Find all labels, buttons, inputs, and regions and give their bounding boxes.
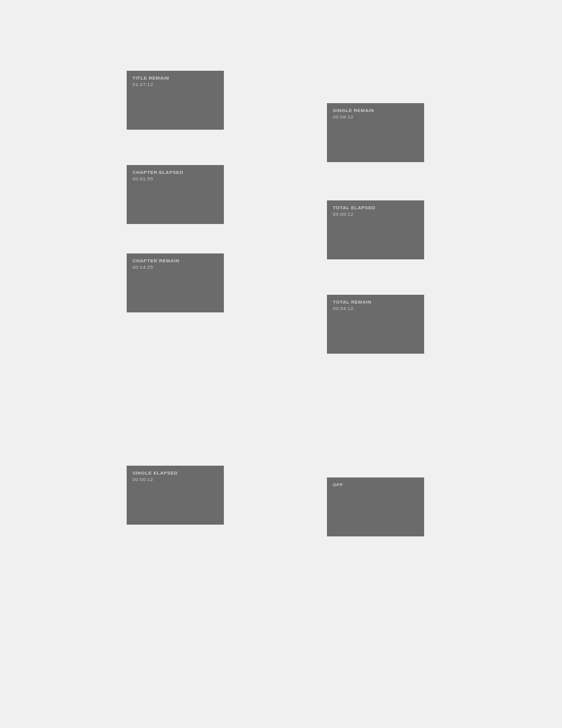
title-remain-card[interactable]: TITLE REMAIN 01:27:12 xyxy=(127,71,224,130)
chapter-remain-label: CHAPTER REMAIN xyxy=(133,258,218,263)
single-elapsed-value: 00:00:12 xyxy=(133,477,218,482)
single-remain-value: 00:08:12 xyxy=(333,114,418,120)
total-remain-value: 00:54:12 xyxy=(333,306,418,311)
page: TITLE REMAIN 01:27:12 SINGLE REMAIN 00:0… xyxy=(0,0,562,728)
single-elapsed-card[interactable]: SINGLE ELAPSED 00:00:12 xyxy=(127,466,224,525)
single-elapsed-label: SINGLE ELAPSED xyxy=(133,470,218,476)
total-elapsed-label: TOTAL ELAPSED xyxy=(333,205,418,210)
title-remain-label: TITLE REMAIN xyxy=(133,75,218,81)
chapter-elapsed-value: 00:01:55 xyxy=(133,176,218,182)
chapter-remain-card[interactable]: CHAPTER REMAIN 00:14:25 xyxy=(127,253,224,312)
total-elapsed-value: 00:00:12 xyxy=(333,212,418,217)
total-elapsed-card[interactable]: TOTAL ELAPSED 00:00:12 xyxy=(327,200,424,259)
off-card[interactable]: OFF xyxy=(327,477,424,536)
single-remain-label: SINGLE REMAIN xyxy=(333,108,418,113)
chapter-elapsed-label: CHAPTER ELAPSED xyxy=(133,170,218,175)
total-remain-label: TOTAL REMAIN xyxy=(333,299,418,305)
single-remain-card[interactable]: SINGLE REMAIN 00:08:12 xyxy=(327,103,424,162)
total-remain-card[interactable]: TOTAL REMAIN 00:54:12 xyxy=(327,295,424,354)
title-remain-value: 01:27:12 xyxy=(133,82,218,87)
chapter-elapsed-card[interactable]: CHAPTER ELAPSED 00:01:55 xyxy=(127,165,224,224)
off-label: OFF xyxy=(333,482,418,487)
chapter-remain-value: 00:14:25 xyxy=(133,265,218,270)
